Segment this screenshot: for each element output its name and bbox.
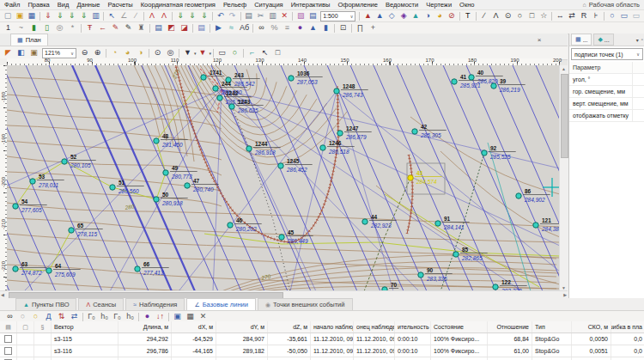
filter-clear-icon[interactable]: ▼ bbox=[197, 48, 210, 58]
point-marker-icon[interactable] bbox=[163, 170, 168, 175]
report-table-icon[interactable]: ▧ bbox=[295, 11, 307, 21]
flag-column-icon[interactable]: ▢ bbox=[17, 321, 34, 333]
ellipse-tool-icon[interactable]: ⊙ bbox=[502, 11, 514, 21]
menu-item-5[interactable]: Расчеты bbox=[107, 1, 132, 9]
zoom-prev-icon[interactable]: ⊙ bbox=[151, 48, 164, 58]
plan-settings-icon[interactable]: ◤ bbox=[2, 48, 15, 58]
menu-item-7[interactable]: Рельеф bbox=[223, 1, 246, 9]
bracket-icon[interactable]: ∏ bbox=[354, 23, 367, 34]
parameter-row[interactable]: отображать отметку bbox=[569, 110, 644, 122]
menu-item-12[interactable]: Чертежи bbox=[426, 1, 452, 9]
red-pencil-icon[interactable]: ✎ bbox=[109, 23, 122, 34]
corner-icon[interactable]: ⌐ bbox=[246, 48, 258, 58]
survey-point[interactable]: 92285,525 bbox=[482, 145, 516, 161]
tab-plan[interactable]: ▦ План bbox=[10, 34, 48, 46]
survey-point[interactable]: 1036287,053 bbox=[289, 70, 323, 86]
card-tool-icon[interactable]: ▭ bbox=[618, 11, 630, 21]
menu-item-4[interactable]: Данные bbox=[76, 1, 100, 9]
point-marker-icon[interactable] bbox=[491, 83, 496, 88]
update-heights-icon[interactable]: ▯ bbox=[40, 23, 53, 34]
surface-tool-5-icon[interactable]: ▲ bbox=[410, 11, 422, 21]
workspace-label[interactable]: Рабочая область bbox=[589, 1, 640, 9]
point-marker-icon[interactable] bbox=[62, 159, 67, 164]
column-header-dX, м[interactable]: dX, м bbox=[172, 321, 216, 333]
point-marker-icon[interactable] bbox=[533, 223, 538, 228]
point-marker-icon[interactable] bbox=[229, 104, 234, 109]
text-tool-icon[interactable]: T bbox=[462, 11, 474, 21]
delete-icon[interactable]: ✕ bbox=[278, 11, 290, 21]
import-xyz-icon[interactable]: ⇓ bbox=[78, 11, 90, 21]
dim-lamp-icon[interactable]: ○ bbox=[16, 312, 29, 322]
station-tool2-icon[interactable]: Λ bbox=[158, 11, 170, 21]
scale-select[interactable]: 1:500∨ bbox=[320, 11, 355, 21]
point-marker-icon[interactable] bbox=[228, 223, 233, 228]
table-grid-icon[interactable]: ▦ bbox=[184, 312, 197, 322]
parameter-value-cell[interactable] bbox=[632, 110, 644, 121]
settings-xy-icon[interactable]: * bbox=[66, 23, 79, 34]
export-xml-icon[interactable]: ⇓ bbox=[174, 11, 186, 21]
point-marker-icon[interactable] bbox=[69, 228, 74, 233]
pan-icon[interactable]: ◔ bbox=[108, 48, 121, 58]
survey-point[interactable]: 65278,115 bbox=[69, 223, 103, 238]
point-marker-icon[interactable] bbox=[482, 150, 487, 156]
panel-tab-2[interactable]: ◆... bbox=[593, 34, 613, 46]
point-marker-icon[interactable] bbox=[110, 185, 115, 190]
parameter-row[interactable]: угол, ° bbox=[569, 74, 644, 86]
surface-tool-8-icon[interactable]: ⊘ bbox=[446, 11, 458, 21]
column-header-dZ, м[interactable]: dZ, м bbox=[268, 321, 311, 333]
dimension-3-icon[interactable]: ⊦ bbox=[590, 11, 602, 21]
move-updown-icon[interactable]: ⇅ bbox=[55, 312, 68, 322]
filter-h0-icon[interactable]: h₀ bbox=[98, 312, 111, 322]
flag-red-icon[interactable]: ◩ bbox=[165, 23, 178, 34]
point-marker-icon[interactable] bbox=[408, 175, 413, 180]
scroll-left-icon[interactable]: ◀ bbox=[1, 291, 4, 298]
survey-point[interactable]: 1248286,743 bbox=[334, 83, 368, 99]
survey-point[interactable]: 64275,609 bbox=[46, 263, 81, 278]
measure-icon[interactable]: ↖ bbox=[258, 48, 271, 58]
column-header-Длина, м[interactable]: Длина, м bbox=[118, 321, 172, 333]
survey-point[interactable]: 1247286,879 bbox=[337, 125, 372, 141]
trajectory-icon[interactable]: ~ bbox=[15, 23, 27, 34]
cut-icon[interactable]: ✂ bbox=[255, 11, 267, 21]
point-marker-icon[interactable] bbox=[289, 76, 294, 81]
close-plan-icon[interactable]: × bbox=[535, 36, 544, 44]
dimension-r-icon[interactable]: R bbox=[578, 11, 590, 21]
pan-all-icon[interactable]: ◑ bbox=[134, 48, 147, 58]
map-vertical-scrollbar[interactable]: ▲ ▼ bbox=[559, 65, 568, 291]
surface-tool-1-icon[interactable]: ▲ bbox=[361, 11, 374, 21]
point-marker-icon[interactable] bbox=[418, 272, 423, 278]
move-icon[interactable]: + bbox=[367, 23, 380, 34]
refresh-icon[interactable]: ○ bbox=[228, 48, 241, 58]
globe-icon[interactable]: ● bbox=[294, 23, 307, 34]
sheet-set-icon[interactable]: ▤ bbox=[307, 11, 319, 21]
dimension-1-icon[interactable]: ↔ bbox=[554, 11, 566, 21]
pin-icon[interactable]: ▫ bbox=[641, 37, 643, 43]
surface-icon[interactable]: ▲ bbox=[307, 23, 319, 34]
strike-text-icon[interactable]: Ŧ bbox=[83, 23, 96, 34]
sort-icon[interactable]: ↓↑ bbox=[154, 312, 167, 322]
tab-observations[interactable]: ≈Наблюдения bbox=[125, 298, 185, 310]
survey-point[interactable]: 48281,450 bbox=[154, 133, 188, 149]
survey-point[interactable]: 63274,872 bbox=[13, 261, 47, 277]
chevron-down-icon[interactable]: ▾ bbox=[210, 51, 212, 56]
tab-pvo-points[interactable]: ▲Пункты ПВО bbox=[15, 298, 76, 310]
surface-tool-4-icon[interactable]: ◈ bbox=[398, 11, 410, 21]
column-header-Состояние[interactable]: Состояние bbox=[431, 321, 488, 333]
row-checkbox[interactable] bbox=[4, 335, 12, 343]
column-header-dY, м[interactable]: dY, м bbox=[216, 321, 268, 333]
survey-point[interactable]: 53278,011 bbox=[30, 174, 64, 189]
weights-icon[interactable]: Д bbox=[42, 312, 55, 322]
column-header-Отношение[interactable]: Отношение bbox=[488, 321, 532, 333]
polygon-tool-icon[interactable]: ☆ bbox=[538, 11, 550, 21]
point-marker-icon[interactable] bbox=[154, 197, 159, 202]
export-mif-icon[interactable]: ⇓ bbox=[198, 11, 210, 21]
point-marker-icon[interactable] bbox=[246, 146, 252, 151]
levels-icon[interactable]: ≡ bbox=[281, 23, 294, 34]
menu-item-9[interactable]: Интерактивы bbox=[291, 1, 331, 9]
row-checkbox[interactable] bbox=[4, 347, 12, 355]
table-row[interactable]: s3-115294,292-64,529284,907-35,66111.12.… bbox=[0, 333, 644, 345]
database-icon[interactable]: ▮ bbox=[319, 23, 332, 34]
rect-tool-icon[interactable]: □ bbox=[526, 11, 538, 21]
point-marker-icon[interactable] bbox=[334, 88, 339, 94]
menu-item-1[interactable]: Файл bbox=[4, 1, 20, 9]
